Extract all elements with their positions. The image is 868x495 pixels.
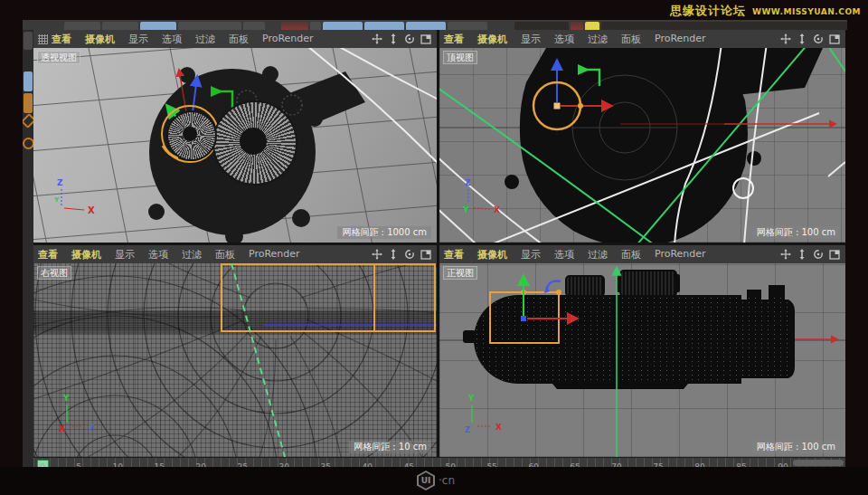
pan-icon[interactable] [372, 249, 382, 260]
viewport-menu-item-1[interactable]: 摄像机 [477, 248, 507, 262]
viewport-menu-item-1[interactable]: 摄像机 [477, 33, 507, 46]
viewport-menu-item-1[interactable]: 摄像机 [71, 248, 101, 262]
viewport-menu-item-0[interactable]: 查看 [444, 33, 464, 46]
rotate-icon[interactable] [813, 33, 824, 44]
viewport-menu-item-3[interactable]: 选项 [148, 248, 168, 262]
toolbar-button[interactable] [64, 22, 100, 30]
svg-text:X: X [494, 205, 500, 214]
pan-icon[interactable] [780, 33, 791, 44]
zoom-icon[interactable] [797, 249, 807, 260]
watermark-site-name: 思缘设计论坛 [670, 3, 746, 19]
toolbar-button[interactable] [406, 22, 446, 30]
left-toolbar-icon[interactable] [24, 32, 33, 50]
viewport-tools [780, 33, 841, 44]
pan-icon[interactable] [372, 33, 382, 44]
screen: 思缘设计论坛 WWW.MISSYUAN.COM [0, 0, 868, 495]
viewport-label: 透视视图 [37, 51, 80, 64]
left-toolbar-icon[interactable] [24, 71, 33, 91]
viewport-menu-item-4[interactable]: 过滤 [588, 248, 608, 262]
timeline-scrollbar-cap[interactable] [793, 460, 844, 466]
toggle-views-icon[interactable] [829, 249, 841, 260]
viewport-menu-item-2[interactable]: 显示 [521, 248, 541, 262]
quad-viewports: 查看摄像机显示选项过滤面板ProRender [33, 30, 845, 457]
viewport-menu-item-3[interactable]: 选项 [554, 248, 574, 262]
brand-hexagon: UI [417, 471, 435, 490]
model-camera-front[interactable] [463, 271, 795, 389]
rotate-icon[interactable] [404, 33, 415, 44]
viewport-menu-item-0[interactable]: 查看 [38, 248, 58, 262]
viewport-menu-item-6[interactable]: ProRender [249, 248, 300, 262]
viewport-menu-item-2[interactable]: 显示 [128, 33, 148, 46]
svg-text:X: X [88, 205, 95, 215]
toolbar-button[interactable] [281, 22, 308, 30]
viewport-front-body[interactable]: Y Z X 正视图 网格间距 : 100 cm [439, 263, 845, 457]
svg-text:Z: Z [89, 424, 95, 433]
viewport-label: 右视图 [37, 266, 71, 280]
svg-text:Z: Z [465, 178, 471, 187]
timeline-ruler[interactable]: 051015202530354045505560657075808590 [33, 457, 845, 467]
viewport-right-menubar: 查看摄像机显示选项过滤面板ProRender [33, 245, 437, 263]
viewport-top: 查看摄像机显示选项过滤面板ProRender [439, 30, 845, 243]
viewport-menu-item-5[interactable]: 面板 [621, 248, 641, 262]
toggle-views-icon[interactable] [829, 33, 841, 44]
brand-logo-suffix: ·cn [439, 474, 455, 487]
viewport-right-body[interactable]: Y X Z 右视图 网格间距 : 10 cm [33, 263, 437, 457]
viewport-menu-item-6[interactable]: ProRender [655, 33, 706, 46]
viewport-menu-item-1[interactable]: 摄像机 [85, 33, 115, 46]
viewport-menu-item-0[interactable]: 查看 [444, 248, 464, 262]
left-toolbar-icon[interactable] [23, 138, 33, 149]
toolbar-button[interactable] [178, 22, 241, 30]
bottom-band: UI ·cn [0, 467, 868, 495]
toolbar-button[interactable] [243, 22, 265, 30]
svg-text:Y: Y [53, 196, 60, 204]
toggle-views-icon[interactable] [420, 249, 432, 260]
grid-spacing-label: 网格间距 : 100 cm [752, 441, 840, 453]
viewport-menu-item-6[interactable]: ProRender [655, 248, 706, 262]
zoom-icon[interactable] [388, 249, 399, 260]
viewport-menu-item-4[interactable]: 过滤 [588, 33, 608, 46]
viewport-menu-item-6[interactable]: ProRender [262, 33, 314, 46]
toolbar-button[interactable] [571, 22, 583, 30]
front-canvas: Y Z X [439, 263, 845, 457]
pan-icon[interactable] [780, 249, 791, 260]
viewport-perspective-body[interactable]: Z Y X 透视视图 网格间距 : 1000 cm [33, 48, 437, 243]
grid-spacing-label: 网格间距 : 1000 cm [337, 226, 431, 239]
top-toolbar-partial [23, 20, 847, 30]
viewport-right: 查看摄像机显示选项过滤面板ProRender [33, 245, 437, 457]
rotate-icon[interactable] [404, 249, 415, 260]
toggle-views-icon[interactable] [420, 33, 432, 44]
toolbar-button[interactable] [364, 22, 404, 30]
zoom-icon[interactable] [797, 33, 807, 44]
null-circle[interactable] [733, 178, 753, 198]
toolbar-button[interactable] [140, 22, 176, 30]
viewport-menu-item-4[interactable]: 过滤 [195, 33, 215, 46]
toolbar-button[interactable] [448, 22, 487, 30]
world-axis-indicator: Y Z X [465, 394, 502, 434]
viewport-menu-item-2[interactable]: 显示 [521, 33, 541, 46]
viewport-menu-item-5[interactable]: 面板 [215, 248, 235, 262]
viewport-menu-item-3[interactable]: 选项 [554, 33, 574, 46]
left-toolbar-partial [23, 30, 33, 467]
viewport-menu-item-0[interactable]: 查看 [52, 33, 71, 46]
grid-handle-icon[interactable] [38, 34, 48, 44]
toolbar-button[interactable] [514, 22, 569, 30]
viewport-menu-item-4[interactable]: 过滤 [182, 248, 202, 262]
toolbar-button[interactable] [310, 22, 321, 30]
viewport-menu: 查看摄像机显示选项过滤面板ProRender [444, 33, 706, 46]
viewport-menu-item-3[interactable]: 选项 [162, 33, 182, 46]
toolbar-button[interactable] [102, 22, 138, 30]
viewport-menu-item-5[interactable]: 面板 [229, 33, 249, 46]
viewport-top-body[interactable]: Z Y X 顶视图 网格间距 : 100 cm [439, 48, 845, 243]
viewport-menu-item-5[interactable]: 面板 [621, 33, 641, 46]
toolbar-button[interactable] [323, 22, 363, 30]
viewport-menu-item-2[interactable]: 显示 [115, 248, 135, 262]
left-toolbar-icon[interactable] [24, 93, 33, 113]
svg-text:Z: Z [465, 426, 470, 434]
viewport-label: 顶视图 [443, 51, 477, 64]
watermark-site-url: WWW.MISSYUAN.COM [752, 7, 861, 16]
zoom-icon[interactable] [388, 33, 399, 44]
toolbar-button[interactable] [585, 22, 599, 30]
rotate-icon[interactable] [813, 249, 824, 260]
left-toolbar-icon[interactable] [23, 113, 33, 129]
svg-text:Y: Y [467, 394, 475, 403]
